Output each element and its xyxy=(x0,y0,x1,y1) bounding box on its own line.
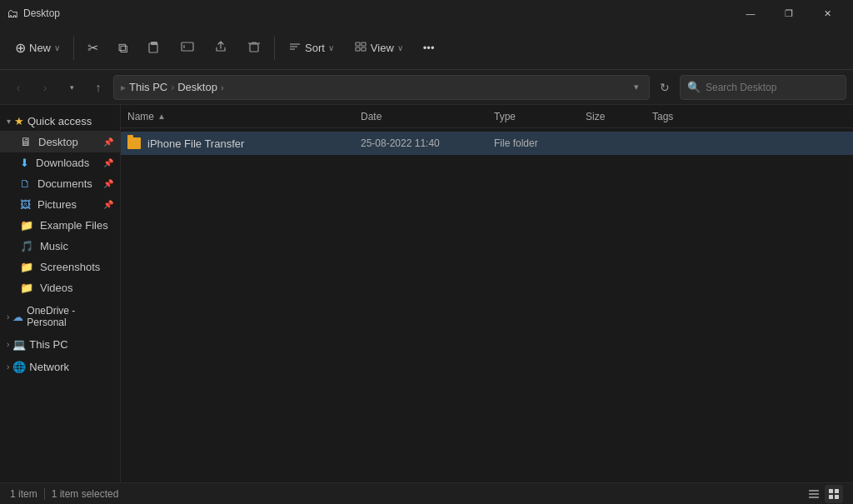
onedrive-icon: ☁ xyxy=(12,311,23,323)
title-controls: — ❐ ✕ xyxy=(731,0,846,27)
delete-button[interactable] xyxy=(239,33,269,63)
network-header[interactable]: › 🌐 Network xyxy=(0,357,120,377)
refresh-button[interactable]: ↻ xyxy=(653,76,676,99)
this-pc-header[interactable]: › 💻 This PC xyxy=(0,335,120,354)
column-name[interactable]: Name ▲ xyxy=(127,111,361,122)
address-dropdown-icon[interactable]: ▾ xyxy=(631,82,642,92)
sidebar-item-music[interactable]: 🎵 Music xyxy=(0,236,120,257)
quick-access-header[interactable]: ▾ ★ Quick access xyxy=(0,112,120,131)
sidebar-item-screenshots[interactable]: 📁 Screenshots xyxy=(0,257,120,277)
search-box[interactable]: 🔍 xyxy=(680,75,846,100)
file-date-cell: 25-08-2022 11:40 xyxy=(361,137,494,149)
sort-button[interactable]: Sort ∨ xyxy=(280,33,342,63)
toolbar: ⊕ New ∨ ✂ ⧉ Sort ∨ xyxy=(0,27,853,70)
videos-icon: 📁 xyxy=(20,282,33,294)
svg-rect-10 xyxy=(362,42,366,46)
example-files-label: Example Files xyxy=(40,219,108,232)
column-headers: Name ▲ Date Type Size Tags xyxy=(121,105,853,128)
sidebar-item-videos[interactable]: 📁 Videos xyxy=(0,277,120,298)
view-button[interactable]: View ∨ xyxy=(346,33,412,63)
close-button[interactable]: ✕ xyxy=(808,0,846,27)
forward-button[interactable]: › xyxy=(33,76,57,99)
sidebar-item-desktop[interactable]: 🖥 Desktop 📌 xyxy=(0,131,120,152)
copy-icon: ⧉ xyxy=(118,41,127,56)
svg-rect-9 xyxy=(356,42,360,46)
file-type-cell: File folder xyxy=(494,137,586,149)
maximize-button[interactable]: ❐ xyxy=(770,0,808,27)
paste-icon xyxy=(147,40,161,57)
window-title: Desktop xyxy=(23,7,60,19)
sidebar-section-quick-access: ▾ ★ Quick access 🖥 Desktop 📌 ⬇ Downloads… xyxy=(0,112,120,298)
svg-rect-19 xyxy=(835,495,839,499)
details-view-button[interactable] xyxy=(805,485,823,503)
new-button[interactable]: ⊕ New ∨ xyxy=(7,33,68,63)
title-bar: 🗂 Desktop — ❐ ✕ xyxy=(0,0,853,27)
sort-caret-icon: ∨ xyxy=(328,43,334,52)
breadcrumb-indicator: ▸ xyxy=(121,82,126,93)
pictures-pin-icon: 📌 xyxy=(103,200,113,209)
more-button[interactable]: ••• xyxy=(415,33,443,63)
file-name: iPhone File Transfer xyxy=(147,137,244,150)
videos-label: Videos xyxy=(40,282,73,294)
network-label: Network xyxy=(29,361,69,373)
example-files-icon: 📁 xyxy=(20,219,33,232)
large-icons-view-button[interactable] xyxy=(825,485,843,503)
sidebar-item-pictures[interactable]: 🖼 Pictures 📌 xyxy=(0,194,120,215)
music-icon: 🎵 xyxy=(20,240,33,252)
more-icon: ••• xyxy=(423,42,435,54)
breadcrumb-desktop[interactable]: Desktop xyxy=(177,81,217,93)
item-count: 1 item xyxy=(10,488,37,500)
sidebar-item-documents[interactable]: 🗋 Documents 📌 xyxy=(0,173,120,194)
delete-icon xyxy=(247,40,261,57)
share-button[interactable] xyxy=(206,33,236,63)
app-icon: 🗂 xyxy=(7,7,18,20)
sidebar-item-downloads[interactable]: ⬇ Downloads 📌 xyxy=(0,152,120,173)
folder-icon xyxy=(127,137,141,149)
column-type[interactable]: Type xyxy=(494,111,586,122)
this-pc-chevron: › xyxy=(7,340,9,349)
toolbar-separator-2 xyxy=(274,37,275,60)
copy-button[interactable]: ⧉ xyxy=(110,33,136,63)
rename-button[interactable] xyxy=(172,33,202,63)
status-separator xyxy=(44,488,45,500)
back-icon: ‹ xyxy=(17,81,21,94)
screenshots-icon: 📁 xyxy=(20,261,33,273)
main-content: ▾ ★ Quick access 🖥 Desktop 📌 ⬇ Downloads… xyxy=(0,105,853,482)
svg-rect-15 xyxy=(809,497,819,498)
network-icon: 🌐 xyxy=(12,361,26,373)
minimize-button[interactable]: — xyxy=(731,0,770,27)
view-icon xyxy=(354,40,367,57)
address-bar[interactable]: ▸ This PC › Desktop › ▾ xyxy=(113,75,650,100)
sidebar-item-example-files[interactable]: 📁 Example Files xyxy=(0,215,120,236)
title-left: 🗂 Desktop xyxy=(7,7,60,20)
up-button[interactable]: ↑ xyxy=(87,76,110,99)
selected-count: 1 item selected xyxy=(52,488,119,500)
pictures-label: Pictures xyxy=(37,198,77,211)
svg-rect-11 xyxy=(356,47,360,51)
cut-button[interactable]: ✂ xyxy=(79,33,107,63)
back-button[interactable]: ‹ xyxy=(7,76,30,99)
nav-dropdown-icon: ▾ xyxy=(70,83,74,92)
onedrive-header[interactable]: › ☁ OneDrive - Personal xyxy=(0,302,120,332)
column-size[interactable]: Size xyxy=(586,111,652,122)
screenshots-label: Screenshots xyxy=(40,261,100,273)
file-list: iPhone File Transfer 25-08-2022 11:40 Fi… xyxy=(121,128,853,482)
forward-icon: › xyxy=(43,81,47,94)
nav-dropdown-button[interactable]: ▾ xyxy=(60,76,83,99)
search-input[interactable] xyxy=(706,82,839,93)
documents-pin-icon: 📌 xyxy=(103,179,113,188)
search-icon: 🔍 xyxy=(687,81,701,93)
up-icon: ↑ xyxy=(96,81,102,94)
breadcrumb-this-pc[interactable]: This PC xyxy=(129,81,167,93)
column-tags[interactable]: Tags xyxy=(652,111,846,122)
svg-rect-17 xyxy=(835,489,839,493)
table-row[interactable]: iPhone File Transfer 25-08-2022 11:40 Fi… xyxy=(121,132,853,155)
quick-access-label: Quick access xyxy=(27,115,92,127)
downloads-pin-icon: 📌 xyxy=(103,158,113,167)
pictures-icon: 🖼 xyxy=(20,198,31,211)
new-caret-icon: ∨ xyxy=(54,43,60,52)
view-caret-icon: ∨ xyxy=(397,43,403,52)
column-date[interactable]: Date xyxy=(361,111,494,122)
sidebar-section-this-pc: › 💻 This PC xyxy=(0,335,120,354)
paste-button[interactable] xyxy=(139,33,169,63)
